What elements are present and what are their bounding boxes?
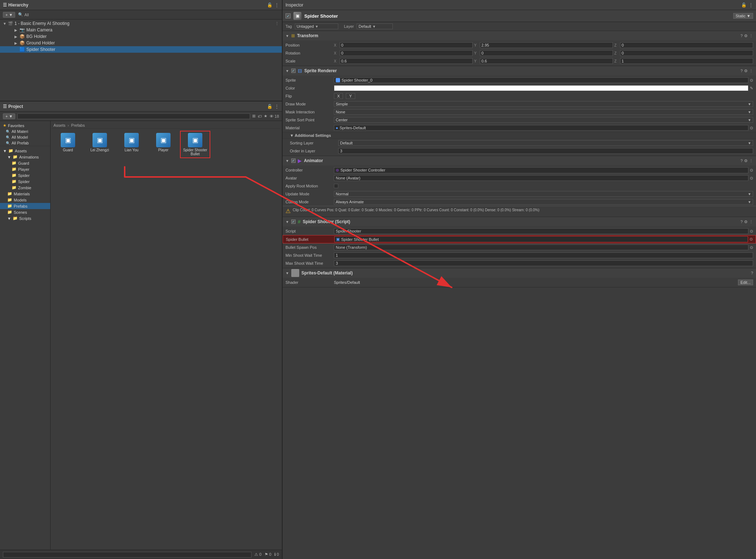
guard-item[interactable]: 📁 Guard: [0, 160, 50, 166]
scale-x-input[interactable]: [340, 58, 473, 64]
transform-header[interactable]: ▼ ⊞ Transform ? ⚙ ⋮: [283, 31, 756, 40]
scene-item[interactable]: ▼ 🎬 1 - Basic Enemy AI Shooting ⋮: [0, 20, 282, 27]
inspector-lock-icon[interactable]: 🔓: [741, 3, 747, 8]
script-checkbox[interactable]: ✓: [291, 220, 296, 224]
rotation-z-input[interactable]: [620, 50, 753, 56]
all-prefabs-item[interactable]: 🔍 All Prefab: [0, 140, 50, 146]
materials-item[interactable]: 📁 Materials: [0, 191, 50, 197]
position-y-input[interactable]: [480, 42, 613, 48]
project-star-icon[interactable]: ★: [264, 114, 267, 118]
spider-bullet-ref[interactable]: ▣ Spider Shooter Bullet: [334, 236, 748, 242]
order-in-layer-input[interactable]: [338, 148, 753, 154]
hierarchy-menu-icon[interactable]: ⋮: [275, 3, 279, 8]
script-link-icon[interactable]: ⊙: [750, 229, 753, 234]
scale-z-input[interactable]: [620, 58, 753, 64]
prefab-spider-bullet[interactable]: ▣ Spider Shooter Bullet: [181, 131, 210, 157]
color-link-icon[interactable]: ✎: [750, 86, 753, 91]
scale-y-input[interactable]: [480, 58, 613, 64]
script-ref[interactable]: SpiderShooter: [334, 228, 748, 234]
project-tag-icon[interactable]: 🏷: [258, 114, 262, 118]
material-header[interactable]: ▼ Sprites-Default (Material) ?: [283, 268, 756, 278]
animator-help-icon[interactable]: ?: [740, 159, 743, 163]
project-search-input[interactable]: [17, 113, 250, 119]
transform-help-icon[interactable]: ?: [740, 34, 743, 38]
go-enabled-checkbox[interactable]: ✓: [285, 13, 291, 18]
transform-menu-icon[interactable]: ⋮: [749, 34, 753, 38]
models-item[interactable]: 📁 Models: [0, 197, 50, 203]
position-x-input[interactable]: [340, 42, 473, 48]
min-wait-input[interactable]: [334, 252, 753, 258]
static-button[interactable]: Static ▼: [733, 13, 753, 19]
rotation-y-input[interactable]: [480, 50, 613, 56]
material-help-icon[interactable]: ?: [751, 271, 753, 275]
hierarchy-add-button[interactable]: + ▼: [3, 12, 15, 18]
spider-bullet-link-icon[interactable]: ⊙: [749, 237, 753, 242]
material-link-icon[interactable]: ⊙: [750, 126, 753, 130]
sort-point-dropdown[interactable]: Center ▼: [334, 117, 753, 123]
flip-y-button[interactable]: Y: [346, 93, 355, 99]
position-z-input[interactable]: [620, 42, 753, 48]
animator-checkbox[interactable]: ✓: [291, 159, 296, 163]
transform-settings-icon[interactable]: ⚙: [744, 34, 748, 38]
additional-settings-header[interactable]: ▼ Additional Settings: [283, 132, 756, 139]
sorting-layer-dropdown[interactable]: Default ▼: [338, 140, 753, 146]
spider1-item[interactable]: 📁 Spider: [0, 172, 50, 178]
animator-menu-icon[interactable]: ⋮: [749, 159, 753, 163]
project-menu-icon[interactable]: ⋮: [275, 104, 279, 109]
shader-edit-button[interactable]: Edit...: [738, 280, 753, 285]
project-view-icon[interactable]: ⊞: [252, 114, 255, 118]
prefabs-item[interactable]: 📁 Prefabs: [0, 203, 50, 209]
sprite-renderer-checkbox[interactable]: ✓: [291, 69, 296, 73]
layer-dropdown[interactable]: Default ▼: [357, 23, 393, 29]
avatar-ref[interactable]: None (Avatar): [334, 175, 748, 181]
sr-help-icon[interactable]: ?: [740, 69, 743, 73]
script-help-icon[interactable]: ?: [740, 220, 743, 224]
sprite-ref[interactable]: Spider Shooter_0: [334, 77, 748, 83]
culling-mode-dropdown[interactable]: Always Animate ▼: [334, 199, 753, 205]
prefab-lian[interactable]: ▣ Lian You: [117, 131, 146, 157]
mask-dropdown[interactable]: None ▼: [334, 109, 753, 115]
update-mode-dropdown[interactable]: Normal ▼: [334, 191, 753, 197]
sr-settings-icon[interactable]: ⚙: [744, 69, 748, 73]
ground-holder-item[interactable]: ▶ 📦 Ground Holder: [0, 40, 282, 46]
animator-settings-icon[interactable]: ⚙: [744, 159, 748, 163]
player-item[interactable]: 📁 Player: [0, 166, 50, 172]
max-wait-input[interactable]: [334, 260, 753, 266]
bullet-spawn-link-icon[interactable]: ⊙: [750, 245, 753, 250]
prefab-guard[interactable]: ▣ Guard: [53, 131, 82, 157]
prefab-lei[interactable]: ▣ Lei Zhengzi: [85, 131, 114, 157]
draw-mode-dropdown[interactable]: Simple ▼: [334, 101, 753, 107]
spider2-item[interactable]: 📁 Spider: [0, 178, 50, 185]
inspector-menu-icon[interactable]: ⋮: [749, 3, 753, 8]
sr-menu-icon[interactable]: ⋮: [749, 69, 753, 73]
sprite-link-icon[interactable]: ⊙: [750, 78, 753, 83]
animations-item[interactable]: ▼ 📁 Animations: [0, 154, 50, 160]
animator-header[interactable]: ▼ ✓ ▶ Animator ? ⚙ ⋮: [283, 156, 756, 165]
apply-root-motion-checkbox[interactable]: [334, 184, 338, 188]
bg-holder-item[interactable]: ▶ 📦 BG Holder: [0, 33, 282, 40]
script-menu-icon[interactable]: ⋮: [749, 220, 753, 224]
scenes-item[interactable]: 📁 Scenes: [0, 209, 50, 215]
project-lock-icon[interactable]: 🔓: [267, 104, 272, 109]
controller-ref[interactable]: ⊚ Spider Shooter Controller: [334, 167, 748, 173]
controller-link-icon[interactable]: ⊙: [750, 168, 753, 173]
project-add-button[interactable]: + ▼: [3, 113, 15, 119]
scene-menu[interactable]: ⋮: [275, 21, 279, 26]
color-swatch[interactable]: [334, 85, 748, 91]
rotation-x-input[interactable]: [340, 50, 473, 56]
assets-root[interactable]: ▼ 📁 Assets: [0, 148, 50, 154]
script-header[interactable]: ▼ ✓ # Spider Shooter (Script) ? ⚙ ⋮: [283, 217, 756, 226]
spider-shooter-item[interactable]: 🟦 Spider Shooter: [0, 46, 282, 53]
script-settings-icon[interactable]: ⚙: [744, 220, 748, 224]
main-camera-item[interactable]: ▶ 📷 Main Camera: [0, 27, 282, 33]
tag-dropdown[interactable]: Untagged ▼: [295, 23, 338, 29]
all-materials-item[interactable]: 🔍 All Materi: [0, 129, 50, 134]
project-bottom-search[interactable]: [3, 552, 252, 558]
flip-x-button[interactable]: X: [334, 93, 343, 99]
prefab-player[interactable]: ▣ Player: [149, 131, 178, 157]
scripts-item[interactable]: ▼ 📁 Scripts: [0, 215, 50, 221]
sprite-renderer-header[interactable]: ▼ ✓ ⊟ Sprite Renderer ? ⚙ ⋮: [283, 66, 756, 75]
zombie-item[interactable]: 📁 Zombie: [0, 185, 50, 191]
hierarchy-lock-icon[interactable]: 🔓: [267, 3, 272, 8]
avatar-link-icon[interactable]: ⊙: [750, 176, 753, 181]
